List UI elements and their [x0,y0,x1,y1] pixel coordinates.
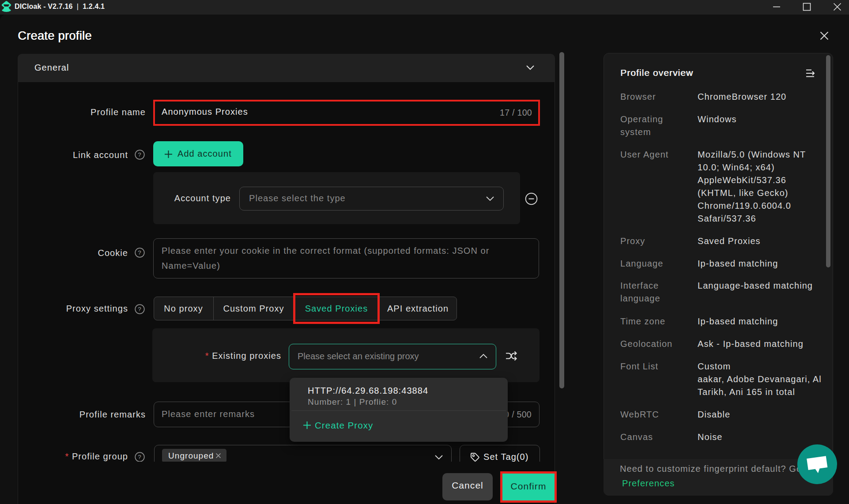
svg-text:?: ? [138,454,142,460]
svg-text:?: ? [138,151,142,158]
svg-text:?: ? [138,249,142,256]
svg-text:?: ? [138,306,142,312]
